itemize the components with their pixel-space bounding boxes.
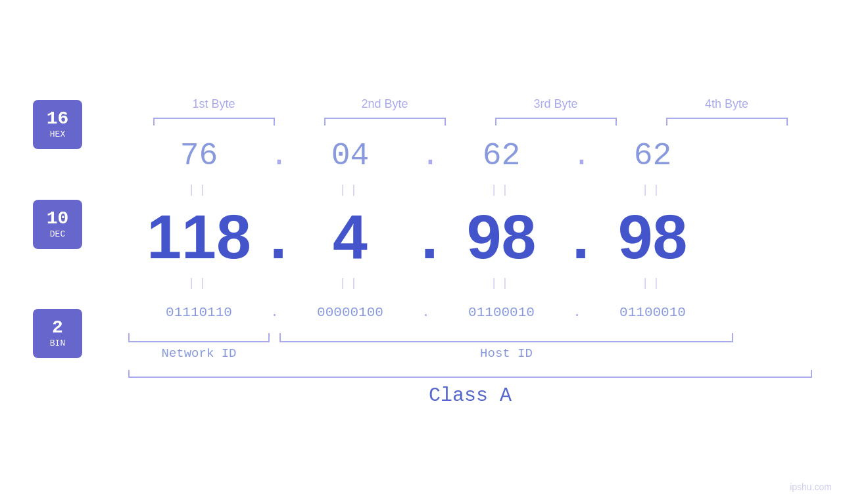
dot-bin-1: .: [270, 305, 279, 320]
eq-2: ||: [279, 181, 421, 199]
bin-row: 01110110 . 00000100 . 01100010 . 0110001…: [128, 294, 812, 331]
hex-val-3: 62: [431, 138, 572, 173]
eq-1: ||: [128, 181, 270, 199]
dec-val-2: 4: [279, 201, 421, 273]
eq-8: ||: [582, 274, 723, 292]
col-header-2: 2nd Byte: [319, 97, 450, 111]
badge-bin-label: BIN: [50, 338, 65, 348]
class-label: Class A: [128, 384, 812, 407]
badge-hex-label: HEX: [50, 129, 65, 139]
dot-dec-2: .: [421, 201, 431, 273]
dec-val-4: 98: [582, 201, 723, 273]
dot-dec-1: .: [270, 201, 279, 273]
badge-dec: 10 DEC: [33, 200, 82, 249]
hex-row: 76 . 04 . 62 . 62: [128, 132, 812, 179]
badge-bin: 2 BIN: [33, 309, 82, 358]
column-headers: 1st Byte 2nd Byte 3rd Byte 4th Byte: [128, 97, 812, 111]
hex-val-2: 04: [279, 138, 421, 173]
dot-dec-3: .: [572, 201, 582, 273]
bracket-top-2: [324, 118, 446, 126]
bin-val-3: 01100010: [431, 305, 572, 320]
host-bracket: [279, 333, 733, 342]
content-area: 76 . 04 . 62 . 62 || || || || 118 . 4 . …: [128, 132, 812, 407]
col-header-4: 4th Byte: [661, 97, 792, 111]
bin-val-2: 00000100: [279, 305, 421, 320]
dec-val-1: 118: [128, 201, 270, 273]
hex-val-1: 76: [128, 138, 270, 173]
dec-row: 118 . 4 . 98 . 98: [128, 200, 812, 273]
bracket-top-3: [495, 118, 617, 126]
main-container: 16 HEX 10 DEC 2 BIN 1st Byte 2nd Byte 3r…: [0, 0, 845, 504]
bin-val-1: 01110110: [128, 305, 270, 320]
bottom-brackets-row: [128, 333, 812, 342]
eq-7: ||: [431, 274, 572, 292]
id-labels: Network ID Host ID: [128, 346, 812, 361]
col-header-1: 1st Byte: [148, 97, 279, 111]
network-id-label: Network ID: [128, 346, 270, 361]
badge-hex: 16 HEX: [33, 100, 82, 149]
dot-bin-3: .: [572, 305, 582, 320]
eq-4: ||: [582, 181, 723, 199]
badge-dec-num: 10: [47, 210, 69, 228]
bracket-top-1: [153, 118, 275, 126]
dot-hex-3: .: [572, 138, 582, 173]
eq-5: ||: [128, 274, 270, 292]
dot-bin-2: .: [421, 305, 431, 320]
eq-6: ||: [279, 274, 421, 292]
bin-val-4: 01100010: [582, 305, 723, 320]
badge-bin-num: 2: [52, 319, 63, 337]
badge-hex-num: 16: [47, 110, 69, 128]
top-brackets: [128, 118, 812, 126]
watermark: ipshu.com: [790, 482, 832, 492]
network-bracket: [128, 333, 270, 342]
eq-row-2: || || || ||: [128, 273, 812, 294]
dot-hex-1: .: [270, 138, 279, 173]
host-id-label: Host ID: [279, 346, 733, 361]
dec-val-3: 98: [431, 201, 572, 273]
hex-val-4: 62: [582, 138, 723, 173]
bracket-top-4: [666, 118, 788, 126]
dot-hex-2: .: [421, 138, 431, 173]
eq-3: ||: [431, 181, 572, 199]
col-header-3: 3rd Byte: [490, 97, 621, 111]
badge-dec-label: DEC: [50, 229, 65, 239]
eq-row-1: || || || ||: [128, 179, 812, 200]
big-bracket: [128, 370, 812, 378]
